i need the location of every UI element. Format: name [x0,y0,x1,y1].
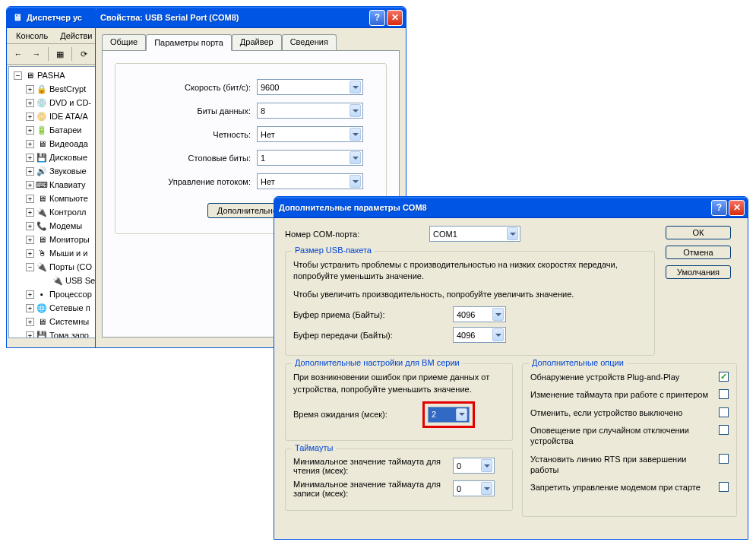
timeouts-group-title: Таймауты [292,443,337,452]
port-icon: 🔌 [52,274,64,287]
flowcontrol-label: Управление потоком: [128,177,257,186]
separator [71,47,72,61]
databits-combo[interactable]: 8 [257,103,363,119]
tab-details[interactable]: Сведения [282,34,337,50]
latency-combo[interactable]: 2 [428,407,470,423]
forward-button[interactable]: → [28,46,45,62]
cancel-off-label: Отменить, если устройство выключено [530,407,714,418]
stopbits-combo[interactable]: 1 [257,150,363,166]
refresh-button[interactable]: ⟳ [75,46,92,62]
usb-help-text1: Чтобы устранить проблемы с производитель… [293,259,647,283]
port-icon: 🔌 [36,261,48,273]
rx-buffer-combo[interactable]: 4096 [453,306,506,322]
expander-icon[interactable]: + [26,304,34,312]
chevron-down-icon [492,328,504,341]
device-icon: 🔌 [36,206,48,218]
device-icon: 💾 [36,329,48,338]
advanced-dialog: Дополнительные параметры COM8 ? ✕ Номер … [274,196,748,540]
baud-combo[interactable]: 9600 [257,79,363,95]
expander-icon[interactable]: + [26,249,34,258]
properties-button[interactable]: ▦ [52,46,68,62]
tab-driver[interactable]: Драйвер [232,34,282,50]
expander-icon[interactable]: + [26,318,34,326]
device-icon: 📞 [36,220,48,232]
chevron-down-icon [481,482,492,495]
latency-highlight: 2 [422,401,475,428]
device-icon: 🌐 [36,302,48,314]
usb-group-title: Размер USB-пакета [292,246,375,255]
com-port-combo[interactable]: COM1 [429,226,520,242]
adv-title: Дополнительные параметры COM8 [279,203,711,212]
modem-label: Запретить управление модемом при старте [530,482,714,493]
device-icon: 🖥 [36,138,48,150]
expander-icon[interactable]: + [26,113,34,121]
chevron-down-icon [350,81,361,94]
expander-icon[interactable]: + [26,181,34,189]
misc-group-title: Дополнительные опции [529,358,627,367]
tab-general[interactable]: Общие [102,34,146,50]
read-timeout-combo[interactable]: 0 [453,458,495,474]
tab-strip: Общие Параметры порта Драйвер Сведения [96,28,406,50]
expander-icon[interactable]: + [26,208,34,217]
rts-label: Установить линию RTS при завершении рабо… [530,454,714,476]
rts-checkbox[interactable] [719,454,729,464]
flowcontrol-combo[interactable]: Нет [257,173,363,189]
adv-titlebar[interactable]: Дополнительные параметры COM8 ? ✕ [274,197,748,218]
expander-icon[interactable]: + [26,331,34,339]
expander-icon[interactable]: + [26,195,34,203]
bm-help-text: При возникновении ошибок при приеме данн… [293,372,505,395]
chevron-down-icon [456,408,467,421]
expander-icon[interactable]: − [26,263,34,271]
menu-console[interactable]: Консоль [10,30,54,42]
bm-group-title: Дополнительные настройки для BM серии [292,358,463,367]
read-timeout-label: Минимальное значение таймаута для чтения… [293,457,453,475]
write-timeout-label: Минимальное значение таймаута для записи… [293,480,453,498]
expander-icon[interactable]: + [26,99,34,107]
device-icon: ⌨ [36,179,48,191]
latency-label: Время ожидания (мсек): [293,410,422,419]
expander-icon[interactable]: + [26,154,34,162]
menu-action[interactable]: Действи [54,30,98,42]
close-button[interactable]: ✕ [387,10,403,26]
pnp-checkbox[interactable] [719,372,729,382]
defaults-button[interactable]: Умолчания [666,265,731,279]
modem-checkbox[interactable] [719,482,729,492]
back-button[interactable]: ← [10,46,27,62]
props-titlebar[interactable]: Свойства: USB Serial Port (COM8) ? ✕ [96,7,406,28]
expander-icon[interactable]: + [26,85,34,94]
help-button[interactable]: ? [369,10,385,26]
expander-icon[interactable]: + [26,167,34,176]
chevron-down-icon [507,227,518,240]
device-icon: 🔊 [36,165,48,177]
write-timeout-combo[interactable]: 0 [453,480,495,496]
tab-port-settings[interactable]: Параметры порта [146,34,232,51]
expander-icon[interactable]: + [26,236,34,244]
expander-icon[interactable]: − [14,71,22,80]
bm-settings-group: Дополнительные настройки для BM серии Пр… [285,363,513,441]
device-icon: ▪ [36,288,48,300]
chevron-down-icon [481,459,492,472]
ok-button[interactable]: ОК [666,226,731,239]
expander-icon[interactable]: + [26,126,34,135]
expander-icon[interactable]: + [26,222,34,230]
expander-icon[interactable]: + [26,290,34,299]
surprise-checkbox[interactable] [719,425,729,435]
help-button[interactable]: ? [711,200,727,216]
cancel-off-checkbox[interactable] [719,407,729,417]
timeouts-group: Таймауты Минимальное значение таймаута д… [285,448,513,511]
device-icon: 💿 [36,97,48,109]
close-button[interactable]: ✕ [729,200,745,216]
printer-checkbox[interactable] [719,389,729,399]
tx-buffer-combo[interactable]: 4096 [453,327,506,343]
parity-combo[interactable]: Нет [257,126,363,142]
device-icon: 🖥 [36,192,48,204]
printer-label: Изменение таймаута при работе с принтеро… [530,389,714,400]
misc-options-group: Дополнительные опции Обнаружение устройс… [522,363,737,517]
separator [48,47,49,61]
adv-body: Номер COM-порта: COM1 Размер USB-пакета … [274,218,748,532]
baud-label: Скорость (бит/с): [128,83,257,92]
expander-icon[interactable]: + [26,140,34,148]
computer-icon: 🖥 [24,69,36,81]
cancel-button[interactable]: Отмена [666,246,731,259]
com-port-label: Номер COM-порта: [285,230,429,239]
